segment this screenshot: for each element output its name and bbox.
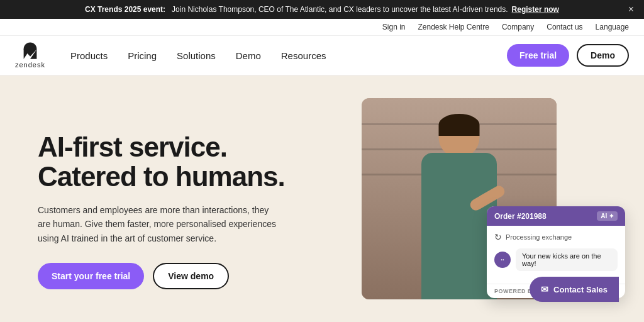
nav-pricing[interactable]: Pricing <box>128 50 157 61</box>
hero-subtext: Customers and employees are more than in… <box>38 203 277 245</box>
nav-actions: Free trial Demo <box>507 44 629 67</box>
logo[interactable]: zendesk <box>15 42 45 69</box>
contact-sales-button[interactable]: ✉ Contact Sales <box>530 277 619 302</box>
register-link[interactable]: Register now <box>512 5 559 14</box>
start-trial-button[interactable]: Start your free trial <box>38 263 144 289</box>
utility-nav: Sign in Zendesk Help Centre Company Cont… <box>0 19 644 36</box>
hero-right: Order #201988 AI ✦ ↻ Processing exchange… <box>299 98 619 317</box>
announcement-bar: CX Trends 2025 event: Join Nicholas Thom… <box>0 0 644 19</box>
processing-text: Processing exchange <box>506 233 572 241</box>
processing-icon: ↻ <box>494 232 502 242</box>
hero-headline: AI-first service. Catered to humans. <box>38 132 299 192</box>
envelope-icon: ✉ <box>541 284 548 294</box>
main-nav: zendesk Products Pricing Solutions Demo … <box>0 36 644 75</box>
chat-avatar: ·· <box>494 252 511 268</box>
contact-sales-label: Contact Sales <box>553 285 608 294</box>
chat-card-header: Order #201988 AI ✦ <box>487 206 625 226</box>
free-trial-button[interactable]: Free trial <box>507 44 569 67</box>
order-number: Order #201988 <box>494 212 547 221</box>
chat-card-body: ↻ Processing exchange ·· Your new kicks … <box>487 226 625 284</box>
ai-badge: AI ✦ <box>597 211 618 221</box>
nav-demo[interactable]: Demo <box>236 50 261 61</box>
hero-left: AI-first service. Catered to humans. Cus… <box>38 98 299 317</box>
nav-solutions[interactable]: Solutions <box>177 50 216 61</box>
nav-links: Products Pricing Solutions Demo Resource… <box>70 50 507 61</box>
close-announcement-button[interactable]: × <box>628 4 634 15</box>
contact-us-link[interactable]: Contact us <box>547 23 582 31</box>
zendesk-logo-icon <box>20 42 40 60</box>
nav-products[interactable]: Products <box>70 50 108 61</box>
view-demo-button[interactable]: View demo <box>153 263 229 289</box>
nav-resources[interactable]: Resources <box>281 50 326 61</box>
hero-section: AI-first service. Catered to humans. Cus… <box>0 75 644 317</box>
announcement-message: Join Nicholas Thompson, CEO of The Atlan… <box>172 5 508 14</box>
chat-bubble: ·· Your new kicks are on the way! <box>494 248 618 271</box>
processing-status: ↻ Processing exchange <box>494 232 618 242</box>
hero-buttons: Start your free trial View demo <box>38 263 299 289</box>
sign-in-link[interactable]: Sign in <box>382 23 406 31</box>
chat-message: Your new kicks are on the way! <box>516 248 618 271</box>
logo-text: zendesk <box>15 61 45 69</box>
event-label: CX Trends 2025 event: <box>85 5 165 14</box>
language-link[interactable]: Language <box>596 23 629 31</box>
demo-button[interactable]: Demo <box>577 44 629 67</box>
help-centre-link[interactable]: Zendesk Help Centre <box>418 23 489 31</box>
company-link[interactable]: Company <box>502 23 534 31</box>
